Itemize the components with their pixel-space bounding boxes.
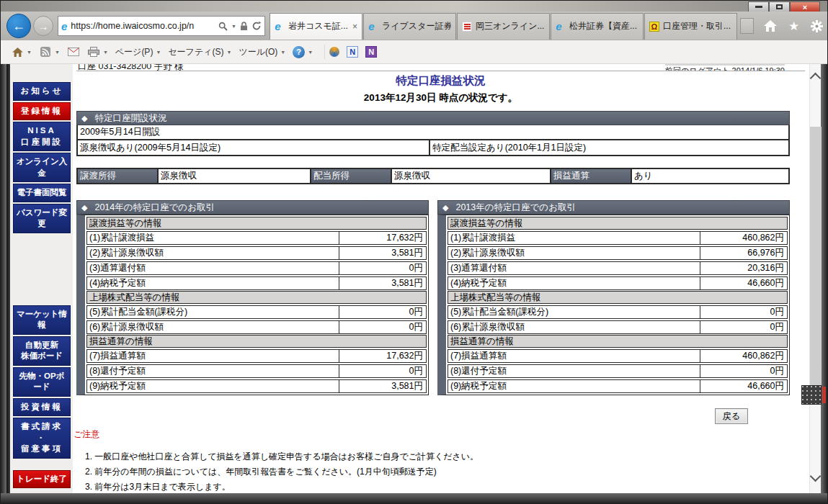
row-value: 3,581円	[339, 247, 426, 259]
tab-label: 岩井コスモ証...	[288, 20, 350, 32]
back-button[interactable]: ←	[6, 14, 31, 38]
last-logout-text: 前回のログアウト 2014/1/6 19:30	[665, 64, 785, 71]
row-label: (9)納税予定額	[87, 380, 339, 392]
page-menu[interactable]: ページ(P) ▼	[115, 46, 161, 58]
edge-red-sliver	[822, 387, 826, 403]
row-value: 0円	[339, 306, 426, 318]
search-dropdown-icon[interactable]: ▼	[231, 24, 236, 29]
ie-icon: e	[556, 22, 566, 32]
row-label: (9)納税予定額	[448, 380, 700, 392]
content-column: ◆ 特定口座開設状況 2009年5月14日開設 源泉徴収あり(2009年5月14…	[76, 111, 790, 493]
table-row: (1)累計譲渡損益17,632円	[86, 231, 427, 245]
row-value: 3,581円	[339, 380, 426, 392]
chevron-down-icon: ▼	[226, 50, 231, 55]
sidebar-item-shoshiki-seikyuu[interactable]: 書式請求 ・ 留意事項	[13, 418, 71, 459]
forward-button[interactable]: →	[33, 16, 53, 36]
address-bar-icons: ▼	[218, 21, 262, 31]
close-button[interactable]: ×	[790, 1, 820, 12]
sidebar-item-password-henkou[interactable]: パスワード変更	[13, 204, 71, 233]
sidebar-item-trade-shuuryou[interactable]: トレード終了	[13, 470, 71, 489]
scrollbar-grip[interactable]	[801, 385, 822, 405]
table-row: (3)通算還付額20,316円	[448, 261, 788, 275]
table-row: (5)累計配当金額(課税分)0円	[448, 305, 788, 319]
table-2014: ◆ 2014年の特定口座でのお取引 譲渡損益等の情報 (1)累計譲渡損益17,6…	[76, 200, 429, 395]
status-header-jouto: 譲渡所得	[78, 169, 159, 183]
table-2013-title: 2013年の特定口座でのお取引	[455, 202, 575, 214]
search-icon[interactable]	[218, 22, 228, 31]
safety-menu[interactable]: セーフティ(S) ▼	[168, 46, 231, 58]
tab-kouza-kanri[interactable]: Ω 口座管理・取引...	[644, 13, 737, 40]
sidebar-item-market-jouhou[interactable]: マーケット情報	[13, 305, 71, 335]
table-row: (5)累計配当金額(課税分)0円	[86, 305, 427, 319]
send-to-onenote-button[interactable]: N	[347, 46, 358, 58]
row-value: 66,976円	[700, 247, 787, 259]
modoru-button[interactable]: 戻る	[715, 408, 748, 424]
status-header-songeki: 損益通算	[551, 169, 632, 183]
addon-button[interactable]	[329, 47, 339, 57]
title-bar: ×	[1, 1, 827, 12]
home-menu-button[interactable]: ▼	[11, 46, 32, 58]
row-label: (3)通算還付額	[448, 262, 700, 274]
status-value-haitou: 源泉徴収	[392, 169, 551, 183]
new-tab-button[interactable]	[740, 18, 754, 34]
ie-icon: e	[61, 21, 67, 32]
table-row: (8)還付予定額0円	[448, 364, 788, 378]
vertical-scrollbar[interactable]	[809, 64, 821, 493]
refresh-icon[interactable]	[251, 21, 262, 31]
maximize-icon	[776, 4, 783, 9]
read-mail-button[interactable]	[67, 46, 80, 58]
sidebar-item-nisa-kouza-kaisetsu[interactable]: NISA 口座開設	[13, 122, 71, 151]
sidebar-item-toushi-jouhou[interactable]: 投資情報	[13, 398, 71, 417]
table-row: (1)累計譲渡損益460,862円	[448, 231, 788, 245]
printer-icon	[87, 46, 100, 58]
table-2014-title: 2014年の特定口座でのお取引	[94, 202, 214, 214]
tools-menu[interactable]: ツール(O) ▼	[239, 46, 285, 58]
scroll-up-icon[interactable]	[810, 73, 822, 84]
section-header: 損益通算の情報	[448, 335, 788, 348]
row-label: (2)累計源泉徴収額	[87, 247, 339, 259]
help-menu[interactable]: ? ▼	[293, 46, 313, 58]
tab-okasan-online[interactable]: 岡三オンライン...	[457, 13, 550, 40]
maximize-button[interactable]	[769, 1, 790, 12]
main-content: 口座 031-3428200 宇野 様 前回のログアウト 2014/1/6 19…	[73, 64, 809, 493]
notice-title: ご注意	[74, 428, 790, 441]
sidebar-item-online-nyukin[interactable]: オンライン入金	[13, 153, 71, 182]
section-header: 上場株式配当等の情報	[86, 291, 427, 304]
tab-iwai-cosmo[interactable]: e 岩井コスモ証... ×	[270, 13, 362, 40]
onenote-linked-notes-button[interactable]: N	[365, 46, 377, 58]
sidebar-item-kabuka-board[interactable]: 自動更新 株価ボード	[13, 336, 71, 366]
sidebar-item-denshi-shomen[interactable]: 電子書面閲覧	[13, 184, 71, 202]
row-label: (3)通算還付額	[87, 262, 339, 274]
row-value: 17,632円	[339, 350, 426, 362]
home-icon	[11, 46, 24, 58]
diamond-icon: ◆	[442, 203, 448, 212]
row-label: (5)累計配当金額(課税分)	[448, 306, 700, 318]
address-bar[interactable]: e https://home.iwaicosmo.co.jp/n ▼	[58, 16, 265, 36]
table-row: (9)納税予定額3,581円	[86, 379, 427, 393]
tab-livestar[interactable]: e ライブスター証券	[363, 13, 456, 40]
row-label: (6)累計源泉徴収額	[87, 321, 339, 333]
sidebar-item-sakimono-op-board[interactable]: 先物・OPボード	[13, 367, 71, 397]
opening-section-title: 特定口座開設状況	[94, 112, 166, 125]
sidebar-item-touroku-jouhou[interactable]: 登録情報	[13, 102, 71, 121]
favorites-star-icon[interactable]: ★	[788, 19, 799, 34]
tab-matsui[interactable]: e 松井証券【資産...	[551, 13, 644, 40]
scroll-down-icon[interactable]	[810, 471, 822, 482]
sidebar-left-strip	[6, 64, 10, 493]
tab-close-icon[interactable]: ×	[352, 22, 357, 32]
account-site-icon: Ω	[649, 22, 659, 32]
opening-settings-row: 源泉徴収あり(2009年5月14日設定) 特定配当設定あり(2010年1月1日設…	[76, 140, 790, 156]
scrollbar-thumb[interactable]	[810, 127, 822, 404]
gear-icon[interactable]	[811, 20, 823, 32]
rss-feed-button[interactable]: ▼	[39, 46, 60, 58]
section-header: 譲渡損益等の情報	[86, 217, 427, 230]
print-button[interactable]: ▼	[87, 46, 108, 58]
minimize-button[interactable]	[748, 1, 769, 12]
haitou-setting-cell: 特定配当設定あり(2010年1月1日設定)	[430, 140, 788, 155]
diamond-icon: ◆	[81, 114, 87, 123]
sidebar-item-oshirase[interactable]: お知らせ	[13, 82, 71, 101]
chevron-down-icon: ▼	[156, 50, 161, 55]
home-icon[interactable]	[764, 20, 777, 32]
row-label: (4)納税予定額	[87, 277, 339, 289]
window-right-border	[821, 64, 827, 493]
